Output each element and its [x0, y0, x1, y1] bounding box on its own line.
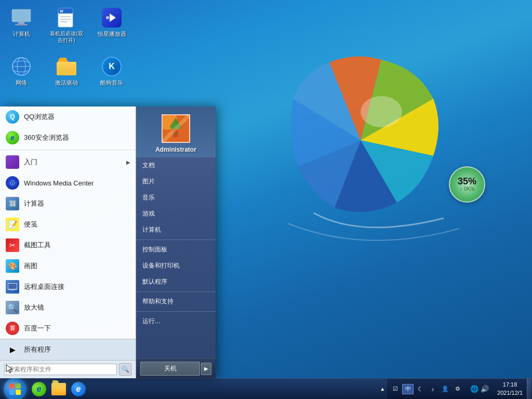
desktop-icon-network-label: 网络: [16, 79, 27, 86]
desktop-icon-computer[interactable]: 计算机: [3, 5, 40, 46]
input-user[interactable]: 👤: [440, 384, 451, 394]
input-method-area: ☑ 中 ☾ ♪ 👤 ⚙: [387, 379, 466, 400]
desktop-icon-setup[interactable]: W 装机后必读(双击打开): [48, 5, 85, 46]
svg-rect-3: [18, 22, 24, 24]
start-orb[interactable]: [4, 378, 26, 400]
desktop-icon-activate[interactable]: 激活驱动: [48, 54, 85, 88]
menu-item-wmc[interactable]: Windows Media Center: [0, 172, 136, 193]
menu-item-all-programs[interactable]: ▶ 所有程序: [0, 339, 136, 360]
search-input[interactable]: [4, 364, 117, 375]
menu-item-games[interactable]: 游戏: [136, 206, 216, 222]
menu-item-my-computer[interactable]: 计算机: [136, 222, 216, 238]
menu-item-default-progs[interactable]: 默认程序: [136, 274, 216, 290]
svg-point-0: [361, 96, 402, 127]
desktop-icon-setup-label: 装机后必读(双击打开): [50, 30, 83, 44]
menu-item-magnify-label: 放大镜: [24, 303, 130, 312]
system-tray: ▲ ☑ 中 ☾ ♪ 👤 ⚙ 🌐 🔊 17:18 2021/12/1: [378, 379, 531, 400]
desktop-icon-henxing[interactable]: 恒星播放器: [93, 5, 130, 46]
svg-point-12: [106, 16, 109, 19]
menu-item-intro[interactable]: 入门 ▶: [0, 152, 136, 172]
desktop-icon-henxing-label: 恒星播放器: [98, 30, 126, 37]
clock-date: 2021/12/1: [497, 389, 523, 397]
menu-item-360-label: 360安全浏览器: [24, 133, 130, 142]
menu-item-help[interactable]: 帮助和支持: [136, 294, 216, 310]
svg-rect-34: [16, 390, 21, 395]
menu-item-qq-browser-label: QQ浏览器: [24, 112, 130, 122]
speed-percent: 35%: [458, 177, 476, 186]
taskbar-explorer[interactable]: [49, 380, 68, 398]
menu-item-wmc-label: Windows Media Center: [24, 179, 130, 187]
svg-rect-2: [13, 10, 30, 21]
menu-item-sticky-label: 便笺: [24, 220, 130, 229]
menu-item-control-panel[interactable]: 控制面板: [136, 242, 216, 258]
svg-rect-17: [57, 62, 76, 75]
username: Administrator: [155, 146, 196, 153]
svg-marker-35: [6, 365, 12, 373]
desktop-icon-kugo[interactable]: K 酷狗音乐: [93, 54, 130, 88]
tray-icons: 🌐 🔊: [466, 379, 493, 400]
menu-item-music[interactable]: 音乐: [136, 190, 216, 206]
input-moon[interactable]: ☾: [415, 384, 426, 394]
desktop-icon-network[interactable]: 网络: [3, 54, 40, 88]
start-button[interactable]: [1, 380, 29, 398]
svg-rect-4: [15, 24, 28, 25]
shutdown-area: 关机 ▶: [136, 358, 216, 378]
menu-item-pics[interactable]: 图片: [136, 174, 216, 190]
taskbar-ie2[interactable]: e: [69, 380, 88, 398]
menu-item-360-browser[interactable]: e 360安全浏览器: [0, 127, 136, 148]
menu-item-remote-label: 远程桌面连接: [24, 282, 130, 291]
menu-item-devices[interactable]: 设备和打印机: [136, 258, 216, 274]
clock[interactable]: 17:18 2021/12/1: [493, 379, 527, 400]
svg-rect-22: [8, 284, 17, 289]
desktop-icon-computer-label: 计算机: [13, 30, 30, 37]
taskbar: e e ▲ ☑ 中 ☾ ♪ 👤 ⚙ 🌐 🔊: [0, 378, 532, 399]
menu-item-sticky[interactable]: 📝 便笺: [0, 214, 136, 235]
search-button[interactable]: 🔍: [119, 363, 131, 376]
menu-item-docs[interactable]: 文档: [136, 157, 216, 174]
svg-rect-32: [16, 383, 21, 389]
menu-item-snip-label: 截图工具: [24, 241, 130, 250]
speed-value: ↓ 0K/s: [460, 186, 474, 192]
svg-marker-11: [110, 14, 116, 22]
user-avatar[interactable]: [162, 114, 190, 143]
menu-item-run[interactable]: 运行...: [136, 313, 216, 329]
tray-overflow[interactable]: ▲: [378, 386, 387, 392]
menu-item-baidu[interactable]: 百 百度一下: [0, 318, 136, 339]
desktop-icon-kugo-label: 酷狗音乐: [100, 79, 123, 86]
svg-rect-24: [10, 290, 15, 290]
input-speech[interactable]: ♪: [427, 384, 438, 394]
menu-item-intro-arrow: ▶: [126, 159, 130, 165]
svg-rect-33: [9, 390, 15, 395]
mouse-cursor: [5, 364, 16, 374]
windows-logo: [262, 31, 459, 249]
menu-item-remote[interactable]: 远程桌面连接: [0, 276, 136, 297]
tray-network[interactable]: 🌐: [469, 384, 480, 394]
taskbar-ie[interactable]: e: [30, 380, 48, 398]
show-desktop-button[interactable]: [527, 379, 531, 400]
input-method-zh[interactable]: 中: [402, 384, 414, 394]
clock-time: 17:18: [503, 381, 517, 389]
menu-item-qq-browser[interactable]: Q QQ浏览器: [0, 107, 136, 127]
menu-item-calc-label: 计算器: [24, 199, 130, 208]
tray-volume[interactable]: 🔊: [480, 384, 490, 394]
svg-text:W: W: [60, 9, 63, 13]
input-gear[interactable]: ⚙: [452, 384, 463, 394]
menu-item-snip[interactable]: ✂ 截图工具: [0, 235, 136, 256]
speed-widget[interactable]: 35% ↓ 0K/s: [449, 166, 485, 203]
user-avatar-section: Administrator: [136, 107, 216, 157]
shutdown-arrow[interactable]: ▶: [201, 363, 211, 375]
menu-item-baidu-label: 百度一下: [24, 324, 130, 333]
search-bar: 🔍: [0, 360, 136, 378]
input-checkbox[interactable]: ☑: [390, 384, 401, 394]
svg-rect-31: [9, 383, 15, 389]
shutdown-button[interactable]: 关机: [140, 362, 200, 376]
menu-item-paint-label: 画图: [24, 261, 130, 271]
menu-item-magnify[interactable]: 🔍 放大镜: [0, 297, 136, 318]
menu-item-calc[interactable]: 🔢 计算器: [0, 193, 136, 214]
desktop-icons-area: 计算机 W 装机后必读(双击打开): [3, 5, 130, 88]
desktop: 计算机 W 装机后必读(双击打开): [0, 0, 532, 399]
start-menu: Q QQ浏览器 e 360安全浏览器: [0, 107, 216, 378]
menu-item-intro-label: 入门: [24, 157, 126, 167]
all-programs-label: 所有程序: [24, 345, 130, 354]
menu-item-paint[interactable]: 🎨 画图: [0, 256, 136, 276]
